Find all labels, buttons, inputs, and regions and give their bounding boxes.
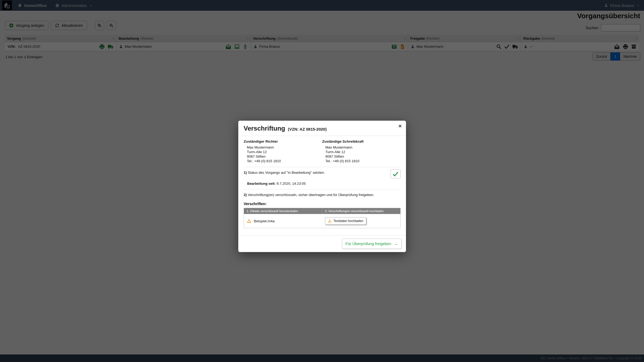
address-line: Max Mustermann [325, 145, 401, 150]
close-button[interactable]: × [398, 123, 402, 129]
address-line: Turm-Alle 12 [247, 150, 322, 154]
upload-icon [328, 219, 332, 223]
divider [244, 189, 401, 189]
divider [244, 167, 401, 167]
address-line: Max Mustermann [247, 145, 322, 150]
step2-text: 2) Verschriftung(en) verschlüsseln, sich… [244, 193, 401, 197]
files-table: 1. Diktate verschlüsselt herunterladen 2… [244, 208, 401, 228]
files-table-row: Beispiel.m4a Textdatei hochladen [244, 214, 400, 228]
modal-header: Verschriftung (VZN: AZ 0815-2020) × [238, 121, 406, 136]
richter-heading: Zuständiger Richter [244, 139, 322, 143]
since-value: 9.7.2020, 14:23:05 [277, 182, 306, 186]
submit-review-button[interactable]: Für Überprüfung freigeben → [342, 239, 402, 249]
address-block: Zuständiger Richter Max Mustermann Turm-… [244, 139, 401, 163]
modal-footer: Für Überprüfung freigeben → [238, 235, 406, 252]
check-icon [393, 171, 398, 177]
download-icon [247, 219, 251, 223]
bearbeitung-since: Bearbeitung seit: 9.7.2020, 14:23:05 [247, 182, 401, 186]
files-table-header: 1. Diktate verschlüsselt herunterladen 2… [244, 208, 400, 214]
address-line: 9087 Stiften [325, 154, 401, 159]
upload-cell: Textdatei hochladen [322, 217, 401, 225]
step2-description: Verschriftung(en) verschlüsseln, sicher … [248, 193, 374, 197]
modal-subtitle: (VZN: AZ 0815-2020) [288, 127, 327, 131]
verschriften-heading: Verschriften: [244, 202, 401, 206]
submit-label: Für Überprüfung freigeben [345, 242, 391, 246]
step1-number: 1) [244, 171, 247, 175]
address-line: Tel.: +49 (0) 815 1810 [247, 159, 322, 163]
filename: Beispiel.m4a [254, 219, 275, 223]
step1-check-button[interactable] [390, 169, 401, 178]
upload-button-label: Textdatei hochladen [334, 219, 363, 223]
files-col-upload: 2. Verschriftungen verschlüsselt hochlad… [322, 208, 400, 214]
arrow-right-icon: → [394, 241, 398, 246]
step1-row: 1) Status des Vorgangs auf "in Bearbeitu… [244, 171, 401, 178]
upload-text-button[interactable]: Textdatei hochladen [325, 217, 366, 225]
step2-number: 2) [244, 193, 247, 197]
modal-title: Verschriftung [244, 125, 285, 132]
verschriftung-modal: Verschriftung (VZN: AZ 0815-2020) × Zust… [238, 121, 406, 252]
address-line: 9087 Stiften [247, 154, 322, 159]
modal-body: Zuständiger Richter Max Mustermann Turm-… [238, 136, 406, 228]
since-label: Bearbeitung seit: [247, 182, 276, 186]
schreibkraft-heading: Zuständige Schreibkraft [322, 139, 401, 143]
address-line: Turm-Alle 12 [325, 150, 401, 154]
download-file-link[interactable]: Beispiel.m4a [244, 219, 322, 223]
schreibkraft-address: Zuständige Schreibkraft Max Mustermann T… [322, 139, 401, 163]
step1-text: 1) Status des Vorgangs auf "in Bearbeitu… [244, 171, 325, 175]
step1-description: Status des Vorgangs auf "in Bearbeitung"… [248, 171, 325, 175]
richter-address: Zuständiger Richter Max Mustermann Turm-… [244, 139, 322, 163]
files-col-download: 1. Diktate verschlüsselt herunterladen [244, 208, 322, 214]
address-line: Tel.: +49 (0) 815 1810 [325, 159, 401, 163]
